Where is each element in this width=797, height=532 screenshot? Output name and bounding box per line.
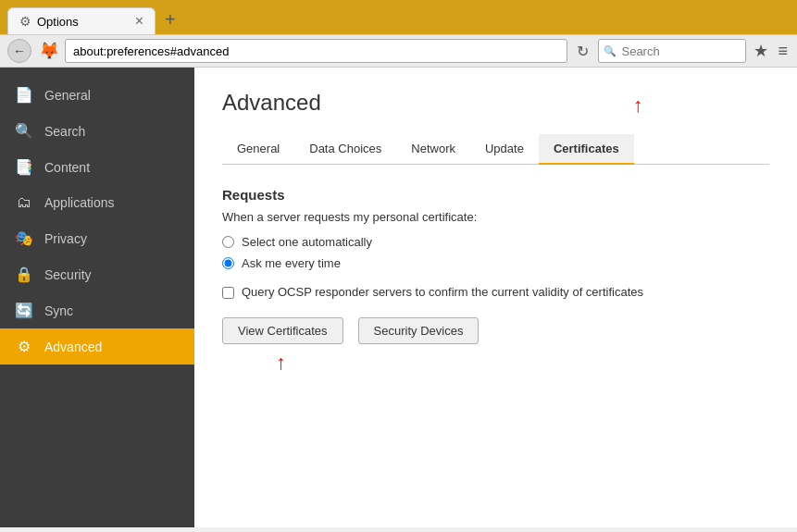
tab-network[interactable]: Network	[396, 134, 470, 165]
buttons-section: View Certificates Security Devices ↑	[222, 317, 769, 344]
firefox-logo: 🦊	[39, 41, 59, 61]
view-certs-arrow: ↑	[276, 351, 286, 375]
security-devices-button[interactable]: Security Devices	[358, 317, 479, 344]
sidebar: 📄 General 🔍 Search 📑 Content 🗂 Applicati…	[0, 68, 194, 527]
sidebar-label-privacy: Privacy	[44, 231, 87, 246]
sidebar-label-security: Security	[44, 267, 92, 282]
radio-auto-label: Select one automatically	[242, 235, 372, 249]
sidebar-item-search[interactable]: 🔍 Search	[0, 113, 194, 149]
general-icon: 📄	[15, 86, 33, 104]
radio-auto-input[interactable]	[222, 236, 234, 248]
main-layout: 📄 General 🔍 Search 📑 Content 🗂 Applicati…	[0, 68, 797, 527]
sidebar-item-sync[interactable]: → 🔄 Sync	[0, 292, 194, 328]
sidebar-item-advanced[interactable]: ⚙ Advanced	[0, 328, 194, 365]
page-title: Advanced	[222, 90, 769, 116]
sidebar-item-general[interactable]: 📄 General	[0, 77, 194, 113]
radio-ask-input[interactable]	[222, 257, 234, 269]
ocsp-checkbox[interactable]	[222, 287, 234, 299]
sidebar-item-content[interactable]: 📑 Content	[0, 149, 194, 185]
tab-general[interactable]: General	[222, 134, 294, 165]
certificates-tab-label: Certificates	[554, 142, 619, 155]
sidebar-label-advanced: Advanced	[44, 340, 102, 354]
sync-icon: 🔄	[15, 302, 33, 319]
tab-close-button[interactable]: ×	[135, 14, 143, 29]
requests-title: Requests	[222, 187, 769, 203]
radio-ask-label: Ask me every time	[242, 256, 341, 270]
menu-button[interactable]: ≡	[776, 42, 790, 61]
certificates-tab-arrow: ↑	[633, 93, 643, 118]
view-certificates-button[interactable]: View Certificates	[222, 317, 343, 344]
sidebar-label-search: Search	[44, 124, 85, 139]
ocsp-checkbox-row: Query OCSP responder servers to confirm …	[222, 285, 769, 299]
ocsp-label: Query OCSP responder servers to confirm …	[242, 285, 643, 299]
back-button[interactable]: ←	[7, 39, 31, 63]
privacy-icon: 🎭	[15, 229, 33, 247]
active-tab[interactable]: ⚙ Options ×	[7, 7, 156, 34]
sidebar-item-applications[interactable]: 🗂 Applications	[0, 185, 194, 220]
new-tab-button[interactable]: +	[157, 6, 183, 34]
tab-title: Options	[37, 15, 79, 29]
sidebar-label-general: General	[44, 88, 91, 103]
search-icon: 🔍	[15, 122, 33, 140]
address-bar[interactable]	[65, 39, 567, 63]
tab-data-choices[interactable]: Data Choices	[294, 134, 396, 165]
tab-certificates[interactable]: Certificates ↑	[539, 134, 634, 165]
requests-section: Requests When a server requests my perso…	[222, 187, 769, 344]
sidebar-item-security[interactable]: 🔒 Security	[0, 256, 194, 292]
content-icon: 📑	[15, 158, 33, 176]
sidebar-item-privacy[interactable]: 🎭 Privacy	[0, 220, 194, 256]
certificate-buttons: View Certificates Security Devices	[222, 317, 769, 344]
certificate-radio-group: Select one automatically Ask me every ti…	[222, 235, 769, 270]
security-icon: 🔒	[15, 266, 33, 283]
browser-chrome: ⚙ Options × + ← 🦊 ↻ ★ ≡	[0, 0, 797, 68]
sidebar-label-content: Content	[44, 160, 90, 175]
tabs-bar: General Data Choices Network Update Cert…	[222, 134, 769, 165]
tab-update[interactable]: Update	[470, 134, 539, 165]
nav-bar: ← 🦊 ↻ ★ ≡	[0, 34, 797, 68]
applications-icon: 🗂	[15, 194, 33, 211]
bookmark-button[interactable]: ★	[752, 41, 770, 61]
radio-ask: Ask me every time	[222, 256, 769, 270]
sidebar-label-sync: Sync	[44, 303, 73, 318]
tab-icon: ⚙	[19, 14, 31, 29]
reload-button[interactable]: ↻	[573, 43, 592, 60]
content-area: Advanced General Data Choices Network Up…	[194, 68, 797, 527]
browser-search-input[interactable]	[598, 39, 746, 63]
sidebar-label-applications: Applications	[44, 195, 115, 210]
radio-auto: Select one automatically	[222, 235, 769, 249]
tab-bar: ⚙ Options × +	[0, 0, 797, 34]
advanced-icon: ⚙	[15, 338, 33, 355]
requests-subtitle: When a server requests my personal certi…	[222, 210, 769, 224]
